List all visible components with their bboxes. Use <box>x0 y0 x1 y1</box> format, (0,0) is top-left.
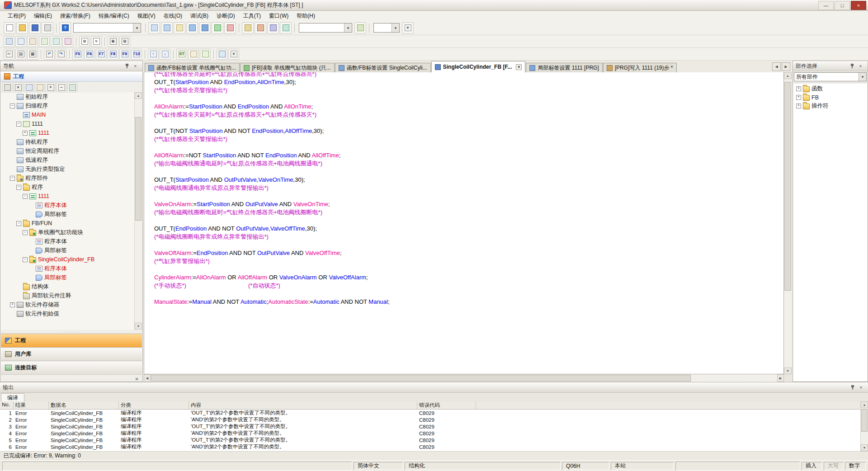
output-window-icon[interactable] <box>27 36 38 47</box>
collapse-icon[interactable]: − <box>10 176 15 181</box>
tree-item-软元件存储器[interactable]: +软元件存储器 <box>1 300 135 309</box>
diagnostics-icon[interactable] <box>280 22 292 34</box>
collapse-icon[interactable]: − <box>10 104 15 108</box>
view-button-用户库[interactable]: 用户库 <box>1 347 142 361</box>
menu-item-诊断(D)[interactable]: 诊断(D) <box>212 11 239 21</box>
pin-icon[interactable] <box>848 62 856 70</box>
start-watch-icon[interactable] <box>354 22 366 34</box>
collapse-icon[interactable]: − <box>16 122 21 127</box>
close-icon[interactable]: × <box>516 64 522 70</box>
tree-item-程序本体[interactable]: 程序本体 <box>1 237 135 246</box>
navigation-window-icon[interactable] <box>4 36 14 47</box>
element-filter-combo[interactable]: 所有部件 ▾ <box>794 72 867 81</box>
chevron-down-icon[interactable]: ▾ <box>13 82 23 92</box>
watch-window-icon[interactable] <box>62 36 73 47</box>
more-views-chevron[interactable]: » <box>1 374 142 382</box>
error-row[interactable]: 3ErrorSingleCoilCylinder_FB编译程序'OUT_T'的第… <box>0 423 861 430</box>
tab-[PRG]写入 1111 (19)步 *[interactable]: [PRG]写入 1111 (19)步 * <box>603 63 677 72</box>
element-selection-window-icon[interactable] <box>15 36 26 47</box>
scroll-left-icon[interactable]: ◀ <box>144 374 151 382</box>
view-button-连接目标[interactable]: 连接目标 <box>1 361 142 374</box>
tab-局部标签设置 1111 [PRG][interactable]: 局部标签设置 1111 [PRG] <box>526 63 602 72</box>
collapse-icon[interactable]: − <box>23 257 28 262</box>
read-from-plc-icon[interactable] <box>242 22 254 34</box>
expand-icon[interactable]: + <box>796 86 801 91</box>
close-icon[interactable]: × <box>857 384 865 391</box>
coil-icon[interactable]: F7 <box>96 49 107 60</box>
falling-pulse-icon[interactable]: ↓ <box>160 49 170 60</box>
device-test-icon[interactable] <box>217 49 227 60</box>
menu-item-视图(V)[interactable]: 视图(V) <box>133 11 160 21</box>
scroll-track[interactable] <box>151 374 777 382</box>
find-icon[interactable]: ⊙ <box>79 36 90 47</box>
chevron-down-icon[interactable]: ▾ <box>392 24 399 32</box>
tree-item-恒定周期程序[interactable]: 恒定周期程序 <box>1 146 135 155</box>
maximize-button[interactable]: □ <box>835 1 850 10</box>
tree-item-初始程序[interactable]: 初始程序 <box>1 92 135 101</box>
navigation-scrollbar[interactable]: ▲ ▼ <box>134 92 142 330</box>
menu-item-在线(O)[interactable]: 在线(O) <box>160 11 186 21</box>
menu-item-转换/编译(C)[interactable]: 转换/编译(C) <box>94 11 133 21</box>
device-use-list-icon[interactable] <box>51 36 61 47</box>
scroll-thumb[interactable] <box>784 82 791 290</box>
nav-settings-icon[interactable] <box>67 82 77 92</box>
close-icon[interactable]: × <box>131 62 140 70</box>
menu-item-调试(B)[interactable]: 调试(B) <box>186 11 212 21</box>
zoom-out-icon[interactable]: ⊖ <box>119 36 130 47</box>
tree-item-局部软元件注释[interactable]: 局部软元件注释 <box>1 291 135 300</box>
scroll-thumb[interactable] <box>135 117 142 221</box>
element-item-操作符[interactable]: +操作符 <box>793 102 867 110</box>
scroll-up-icon[interactable]: ▲ <box>135 92 142 99</box>
new-project-icon[interactable] <box>4 22 15 34</box>
column-header-数据名[interactable]: 数据名 <box>49 401 119 409</box>
splitter-handle[interactable]: ········ <box>1 330 142 334</box>
tree-item-待机程序[interactable]: 待机程序 <box>1 137 135 146</box>
open-contact-icon[interactable]: F5 <box>72 49 83 60</box>
collapse-icon[interactable]: − <box>23 230 28 235</box>
menu-item-工程(P)[interactable]: 工程(P) <box>4 11 30 21</box>
scroll-up-icon[interactable]: ▲ <box>861 401 868 408</box>
column-header-错误代码[interactable]: 错误代码 <box>417 401 476 409</box>
tree-item-SingleCoilCylinder_FB[interactable]: −SingleCoilCylinder_FB <box>1 255 135 264</box>
tab-scroll-right-icon[interactable]: ▶ <box>782 62 790 71</box>
tree-item-程序部件[interactable]: −程序部件 <box>1 174 135 183</box>
application-instruction-icon[interactable]: F8 <box>108 49 118 60</box>
output-scrollbar[interactable]: ▲ ▼ <box>860 401 868 451</box>
scroll-down-icon[interactable]: ▼ <box>861 444 868 451</box>
error-row[interactable]: 2ErrorSingleCoilCylinder_FB编译程序'AND'的第2个… <box>0 416 861 423</box>
collapse-all-icon[interactable]: − <box>57 82 66 92</box>
collapse-icon[interactable]: − <box>23 194 28 199</box>
error-row[interactable]: 6ErrorSingleCoilCylinder_FB编译程序'AND'的第2个… <box>0 443 861 450</box>
vertical-line-icon[interactable]: F9 <box>119 49 130 60</box>
tree-item-结构体[interactable]: 结构体 <box>1 282 135 291</box>
pin-icon[interactable] <box>848 384 857 391</box>
copy-icon[interactable]: ▤ <box>15 49 26 60</box>
open-project-icon[interactable] <box>16 22 28 34</box>
close-button[interactable]: × <box>851 1 866 10</box>
help-icon[interactable]: ? <box>59 22 71 34</box>
error-row[interactable]: 5ErrorSingleCoilCylinder_FB编译程序'OUT_T'的第… <box>0 437 861 443</box>
error-row[interactable]: 1ErrorSingleCoilCylinder_FB编译程序'OUT_T'的第… <box>0 410 861 416</box>
editor-vertical-scrollbar[interactable]: ▲ ▼ <box>784 72 792 374</box>
pin-icon[interactable] <box>123 62 131 70</box>
inline-st-icon[interactable]: ST <box>176 49 187 60</box>
replace-icon[interactable]: ≈ <box>91 36 102 47</box>
menu-item-编辑(E)[interactable]: 编辑(E) <box>30 11 56 21</box>
chevron-down-icon[interactable]: ▾ <box>859 73 866 81</box>
minimize-button[interactable]: — <box>818 1 834 10</box>
element-item-FB[interactable]: +FB <box>793 93 867 102</box>
scroll-up-icon[interactable]: ▲ <box>784 72 792 79</box>
tree-item-局部标签[interactable]: 局部标签 <box>1 210 135 219</box>
chevron-down-icon[interactable]: ▾ <box>133 24 141 32</box>
program-select-combo[interactable]: ▾ <box>73 23 141 33</box>
tree-item-单线圈气缸功能块[interactable]: −单线圈气缸功能块 <box>1 228 135 237</box>
tab-函数/FB标签设置 单线圈气缸功...[interactable]: 函数/FB标签设置 单线圈气缸功... <box>145 63 240 72</box>
element-item-函数[interactable]: +函数 <box>793 85 867 93</box>
device-comment-icon[interactable] <box>174 22 185 34</box>
tree-item-局部标签[interactable]: 局部标签 <box>1 273 135 282</box>
tree-item-FB/FUN[interactable]: −FB/FUN <box>1 219 135 228</box>
write-to-plc-icon[interactable] <box>255 22 266 34</box>
nav-sort-icon[interactable] <box>24 82 34 92</box>
menu-item-窗口(W)[interactable]: 窗口(W) <box>265 11 292 21</box>
scroll-thumb[interactable] <box>861 409 868 432</box>
